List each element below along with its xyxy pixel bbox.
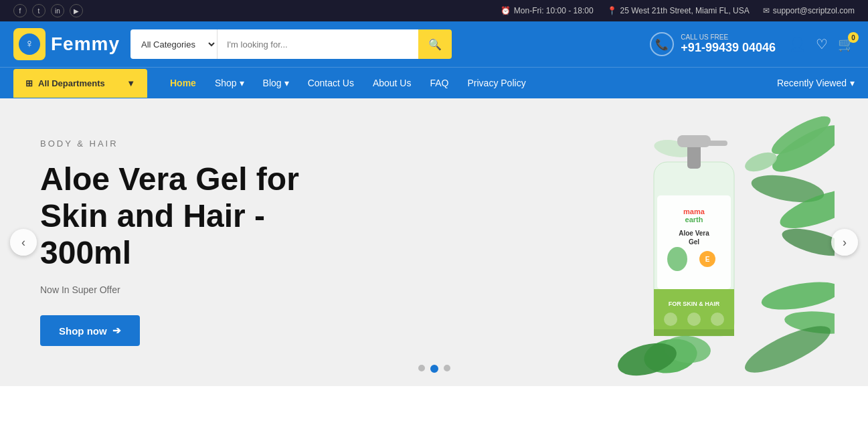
wishlist-icon[interactable]: ♡ bbox=[816, 36, 828, 52]
all-departments-button[interactable]: ⊞ All Departments ▼ bbox=[13, 69, 147, 98]
shop-now-label: Shop now bbox=[59, 325, 107, 337]
social-icons: f t in ▶ bbox=[13, 4, 83, 17]
slider-prev-button[interactable]: ‹ bbox=[10, 229, 37, 256]
logo-icon: ♀ bbox=[13, 28, 46, 60]
logo[interactable]: ♀ Femmy bbox=[13, 28, 120, 60]
svg-point-29 bbox=[711, 313, 724, 326]
cart-badge: 0 bbox=[848, 32, 859, 43]
business-hours: ⏰ Mon-Fri: 10:00 - 18:00 bbox=[501, 6, 594, 15]
recently-viewed[interactable]: Recently Viewed ▾ bbox=[777, 78, 855, 88]
product-svg: mama earth Aloe Vera Gel E FOR SKIN & HA… bbox=[553, 108, 835, 376]
svg-text:♀: ♀ bbox=[25, 37, 34, 50]
hero-subtitle: Now In Super Offer bbox=[40, 284, 361, 295]
arrow-right-icon: ➔ bbox=[112, 325, 121, 337]
departments-label: All Departments bbox=[38, 78, 105, 88]
svg-text:E: E bbox=[705, 256, 710, 263]
grid-icon: ⊞ bbox=[25, 78, 33, 88]
shop-now-button[interactable]: Shop now ➔ bbox=[40, 315, 140, 346]
slider-next-button[interactable]: › bbox=[831, 229, 858, 256]
chevron-down-icon: ▾ bbox=[284, 78, 289, 88]
instagram-icon[interactable]: in bbox=[51, 4, 64, 17]
top-bar-info: ⏰ Mon-Fri: 10:00 - 18:00 📍 25 West 21th … bbox=[501, 6, 855, 15]
call-label: CALL US FREE bbox=[681, 33, 776, 41]
email-info: ✉ support@scriptzol.com bbox=[763, 6, 855, 15]
nav-link-contact[interactable]: Contact Us bbox=[298, 68, 363, 98]
slider-dot-2[interactable] bbox=[430, 365, 438, 373]
slider-dot-3[interactable] bbox=[444, 365, 450, 371]
nav-link-privacy[interactable]: Privacy Policy bbox=[458, 68, 535, 98]
nav-link-home[interactable]: Home bbox=[161, 68, 205, 98]
phone-icon: 📞 bbox=[650, 32, 674, 56]
hero-content: BODY & HAIR Aloe Vera Gel for Skin and H… bbox=[0, 112, 402, 373]
user-icon[interactable]: 👤 bbox=[789, 36, 806, 52]
hero-category: BODY & HAIR bbox=[40, 139, 361, 149]
call-number: +91-99439 04046 bbox=[681, 41, 776, 55]
header-icons: 👤 ♡ 🛒 0 bbox=[789, 36, 855, 52]
search-button[interactable]: 🔍 bbox=[418, 29, 452, 59]
email-icon: ✉ bbox=[763, 6, 770, 15]
svg-text:earth: earth bbox=[685, 216, 703, 224]
slider-dot-1[interactable] bbox=[418, 365, 425, 371]
slider-dots bbox=[418, 365, 450, 373]
svg-point-28 bbox=[687, 313, 701, 326]
hero-title: Aloe Vera Gel for Skin and Hair - 300ml bbox=[40, 161, 361, 272]
email-text: support@scriptzol.com bbox=[773, 6, 855, 15]
navigation: ⊞ All Departments ▼ Home Shop ▾ Blog ▾ C… bbox=[0, 67, 868, 98]
hero-slider: BODY & HAIR Aloe Vera Gel for Skin and H… bbox=[0, 98, 868, 386]
search-input[interactable] bbox=[218, 29, 418, 59]
svg-point-9 bbox=[740, 317, 835, 376]
svg-text:Aloe Vera: Aloe Vera bbox=[679, 230, 709, 237]
nav-link-faq[interactable]: FAQ bbox=[420, 68, 458, 98]
svg-rect-15 bbox=[707, 141, 727, 146]
category-select[interactable]: All Categories bbox=[131, 29, 218, 59]
search-bar: All Categories 🔍 bbox=[131, 29, 452, 59]
header: ♀ Femmy All Categories 🔍 📞 CALL US FREE … bbox=[0, 21, 868, 67]
hero-product-image: mama earth Aloe Vera Gel E FOR SKIN & HA… bbox=[520, 98, 868, 386]
address-text: 25 West 21th Street, Miami FL, USA bbox=[620, 6, 750, 15]
svg-rect-14 bbox=[677, 135, 711, 147]
location-icon: 📍 bbox=[607, 6, 617, 15]
svg-text:mama: mama bbox=[683, 207, 705, 216]
chevron-down-icon: ▾ bbox=[850, 78, 855, 88]
svg-point-6 bbox=[780, 224, 835, 262]
call-info: CALL US FREE +91-99439 04046 bbox=[681, 33, 776, 55]
address-info: 📍 25 West 21th Street, Miami FL, USA bbox=[607, 6, 750, 15]
nav-link-shop[interactable]: Shop ▾ bbox=[205, 68, 254, 98]
svg-point-25 bbox=[667, 247, 687, 271]
chevron-down-icon: ▾ bbox=[240, 78, 244, 88]
svg-point-7 bbox=[760, 277, 835, 315]
svg-text:Gel: Gel bbox=[689, 238, 699, 246]
youtube-icon[interactable]: ▶ bbox=[70, 4, 83, 17]
top-bar: f t in ▶ ⏰ Mon-Fri: 10:00 - 18:00 📍 25 W… bbox=[0, 0, 868, 21]
recently-viewed-label: Recently Viewed bbox=[777, 78, 847, 88]
call-us: 📞 CALL US FREE +91-99439 04046 bbox=[650, 32, 776, 56]
svg-point-27 bbox=[664, 313, 677, 326]
svg-text:FOR SKIN & HAIR: FOR SKIN & HAIR bbox=[669, 300, 720, 307]
twitter-icon[interactable]: t bbox=[32, 4, 46, 17]
nav-links: Home Shop ▾ Blog ▾ Contact Us About Us F… bbox=[161, 68, 777, 98]
nav-link-blog[interactable]: Blog ▾ bbox=[254, 68, 298, 98]
chevron-down-icon: ▼ bbox=[126, 78, 135, 88]
clock-icon: ⏰ bbox=[501, 6, 511, 15]
svg-rect-17 bbox=[654, 329, 734, 336]
logo-text: Femmy bbox=[51, 33, 120, 55]
header-right: 📞 CALL US FREE +91-99439 04046 👤 ♡ 🛒 0 bbox=[650, 32, 855, 56]
facebook-icon[interactable]: f bbox=[13, 4, 27, 17]
hours-text: Mon-Fri: 10:00 - 18:00 bbox=[514, 6, 594, 15]
cart-icon[interactable]: 🛒 0 bbox=[838, 36, 855, 52]
nav-link-about[interactable]: About Us bbox=[363, 68, 421, 98]
